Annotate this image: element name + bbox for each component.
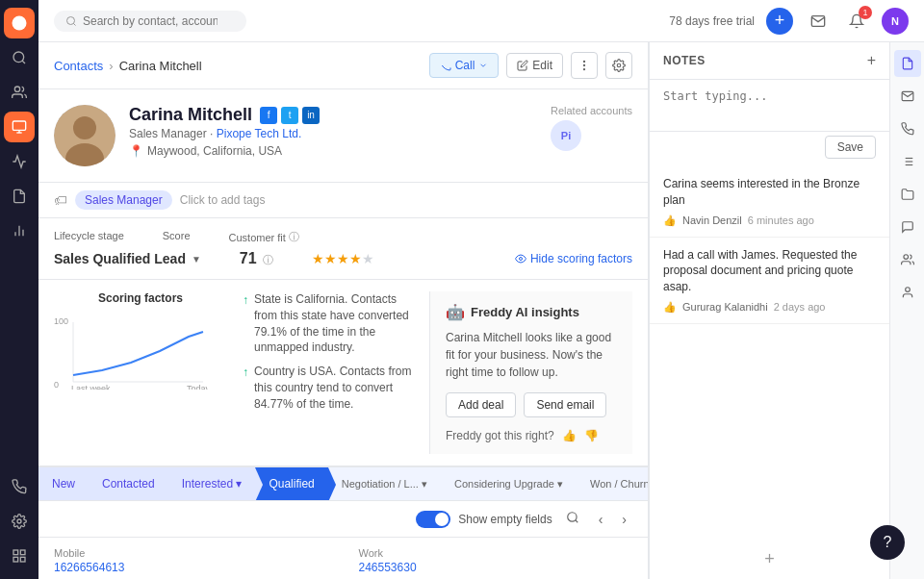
show-empty-toggle[interactable] <box>416 511 450 528</box>
add-deal-button[interactable]: Add deal <box>446 392 516 417</box>
pipeline-stage-won[interactable]: Won / Churned ▾ <box>577 468 648 500</box>
add-tag-button[interactable]: Click to add tags <box>180 193 266 207</box>
notes-textarea[interactable] <box>663 89 876 118</box>
pipeline-stage-new[interactable]: New <box>38 467 89 500</box>
sidebar-search-icon[interactable] <box>4 42 35 73</box>
content-area: Contacts › Carina Mitchell Call Edit <box>38 42 924 579</box>
note-time-1: 6 minutes ago <box>748 214 814 226</box>
trial-badge: 78 days free trial <box>669 14 755 28</box>
pipeline-stage-considering[interactable]: Considering Upgrade ▾ <box>441 468 577 500</box>
help-button[interactable]: ? <box>870 525 905 560</box>
related-account-badge[interactable]: Pi <box>551 120 581 151</box>
freddy-icon: 🤖 <box>446 303 465 321</box>
svg-point-4 <box>14 87 19 91</box>
right-icon-note[interactable] <box>894 50 921 77</box>
sidebar-settings-icon[interactable] <box>4 506 35 537</box>
thumbs-down-icon[interactable]: 👎 <box>584 429 599 442</box>
breadcrumb-actions: Call Edit <box>429 52 632 79</box>
facebook-icon[interactable]: f <box>260 107 277 124</box>
right-icon-phone[interactable] <box>894 115 921 142</box>
x-start-label: Last week <box>71 384 111 390</box>
breadcrumb-separator: › <box>109 59 113 73</box>
add-button[interactable]: + <box>766 8 793 35</box>
svg-point-2 <box>13 52 24 63</box>
hide-scoring-link[interactable]: Hide scoring factors <box>515 252 632 265</box>
sidebar-tasks-icon[interactable] <box>4 181 35 212</box>
sidebar-deals-icon[interactable] <box>4 146 35 177</box>
right-icon-email[interactable] <box>894 83 921 110</box>
svg-line-3 <box>22 61 25 63</box>
svg-line-17 <box>73 23 75 25</box>
breadcrumb-parent-link[interactable]: Contacts <box>54 59 103 73</box>
search-bar[interactable] <box>54 11 246 32</box>
detail-mobile: Mobile 16266564613 <box>38 538 344 579</box>
sidebar-logo[interactable]: fs <box>4 8 35 38</box>
factor-up-arrow-1: ↑ <box>243 292 248 309</box>
notes-add-button[interactable]: + <box>867 52 876 69</box>
sidebar-phone-icon[interactable] <box>4 471 35 502</box>
email-icon[interactable] <box>805 8 832 35</box>
notes-header: NOTES + <box>650 42 889 80</box>
right-icon-user-check[interactable] <box>894 279 921 306</box>
notifications-icon[interactable]: 1 <box>843 8 870 35</box>
contact-company-link[interactable]: Pixope Tech Ltd. <box>217 127 302 140</box>
right-icon-folder[interactable] <box>894 181 921 208</box>
tag-badge[interactable]: Sales Manager <box>75 190 172 210</box>
note-like-icon-1[interactable]: 👍 <box>663 214 677 227</box>
details-prev-icon[interactable]: ‹ <box>593 510 609 529</box>
pipeline-stage-negotiation[interactable]: Negotiation / L... ▾ <box>328 468 441 500</box>
more-options-button[interactable] <box>571 52 598 79</box>
score-info-icon[interactable]: ⓘ <box>263 254 273 265</box>
pipeline-stage-qualified[interactable]: Qualified <box>255 467 327 500</box>
left-sidebar: fs <box>0 0 38 579</box>
right-icon-users[interactable] <box>894 246 921 273</box>
send-email-button[interactable]: Send email <box>524 392 606 417</box>
customer-fit-info-icon[interactable]: ⓘ <box>289 230 299 244</box>
svg-rect-5 <box>13 121 25 130</box>
user-avatar[interactable]: N <box>882 8 909 35</box>
note-text-2: Had a call with James. Requested the pro… <box>663 247 876 295</box>
pipeline-stage-contacted[interactable]: Contacted <box>89 467 168 500</box>
notes-save-area: Save <box>650 132 889 166</box>
contact-avatar <box>54 105 116 166</box>
breadcrumb-current: Carina Mitchell <box>119 59 202 73</box>
contact-location: 📍 Maywood, California, USA <box>129 144 537 158</box>
settings-button[interactable] <box>605 52 632 79</box>
contact-name: Carina Mitchell <box>129 105 252 125</box>
svg-point-11 <box>17 519 21 523</box>
related-accounts-label: Related accounts <box>551 105 632 116</box>
linkedin-icon[interactable]: in <box>302 107 320 124</box>
search-icon <box>65 15 77 27</box>
sidebar-contacts-icon[interactable] <box>4 77 35 108</box>
sidebar-accounts-icon[interactable] <box>4 112 35 142</box>
thumbs-up-icon[interactable]: 👍 <box>562 429 577 442</box>
edit-button[interactable]: Edit <box>506 53 563 78</box>
sidebar-grid-icon[interactable] <box>4 541 35 571</box>
details-search-icon[interactable] <box>560 509 585 529</box>
freddy-header: 🤖 Freddy AI insights <box>446 303 617 321</box>
svg-point-21 <box>617 63 621 67</box>
svg-rect-15 <box>13 557 18 562</box>
search-input[interactable] <box>83 14 218 28</box>
lifecycle-stage-selector[interactable]: Sales Qualified Lead ▼ <box>54 251 201 266</box>
right-icon-list[interactable] <box>894 148 921 175</box>
note-like-icon-2[interactable]: 👍 <box>663 301 677 314</box>
svg-point-25 <box>519 258 522 261</box>
call-button[interactable]: Call <box>429 53 500 78</box>
scoring-factor-1: ↑ State is California. Contacts from thi… <box>243 291 414 356</box>
stage-dropdown-icon: ▼ <box>192 254 201 264</box>
more-icon <box>578 59 591 72</box>
notes-add-more-button[interactable]: + <box>764 549 775 569</box>
right-icon-chat[interactable] <box>894 214 921 240</box>
lifecycle-labels: Lifecycle stage Score Customer fit ⓘ <box>54 230 632 244</box>
sidebar-reports-icon[interactable] <box>4 215 35 246</box>
details-next-icon[interactable]: › <box>616 510 632 529</box>
pipeline-stage-interested[interactable]: Interested ▾ <box>168 467 256 500</box>
lifecycle-section: Lifecycle stage Score Customer fit ⓘ Sal… <box>38 218 648 280</box>
scoring-factor-2: ↑ Country is USA. Contacts from this cou… <box>243 364 414 412</box>
related-accounts: Related accounts Pi <box>551 105 632 166</box>
twitter-icon[interactable]: t <box>281 107 298 124</box>
factor-up-arrow-2: ↑ <box>243 365 248 381</box>
edit-icon <box>517 60 528 71</box>
notes-save-button[interactable]: Save <box>825 136 876 159</box>
